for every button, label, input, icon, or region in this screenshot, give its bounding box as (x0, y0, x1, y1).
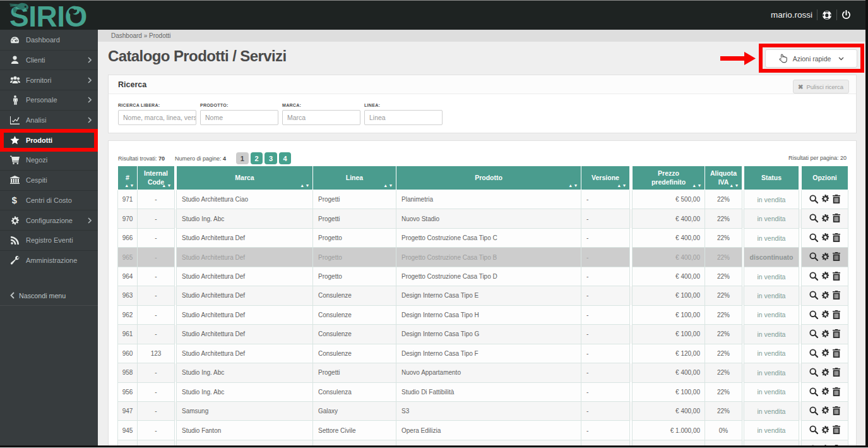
svg-text:$: $ (12, 195, 18, 205)
